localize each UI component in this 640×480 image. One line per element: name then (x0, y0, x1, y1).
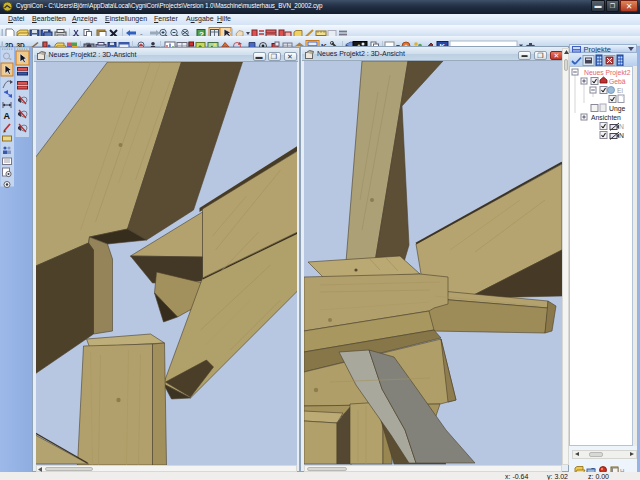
svg-text:A: A (4, 111, 11, 121)
svg-text:Gebä: Gebä (609, 78, 626, 85)
svg-text:Neues Projekt2: Neues Projekt2 (584, 69, 631, 77)
svg-text:Unge: Unge (609, 105, 625, 113)
svg-text:Ansichten: Ansichten (591, 114, 621, 121)
svg-text:N: N (619, 132, 624, 139)
svg-text:Ei: Ei (617, 87, 624, 94)
svg-text:N: N (619, 123, 624, 130)
